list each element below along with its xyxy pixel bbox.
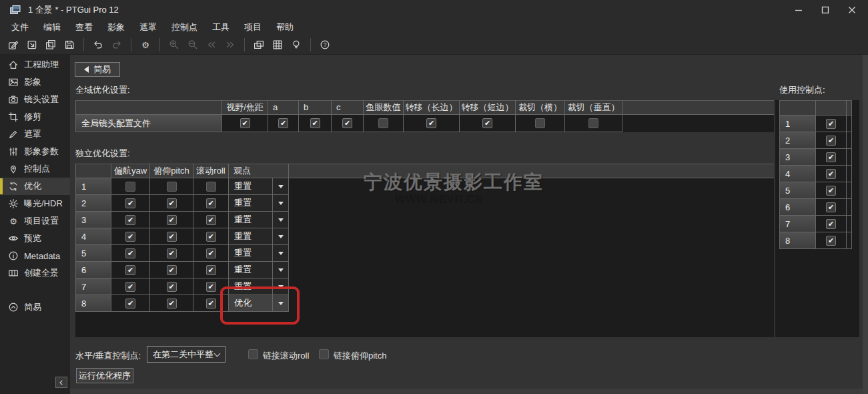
menu-item-4[interactable]: 遮罩	[132, 20, 164, 35]
right-spacer-cell	[847, 166, 852, 182]
menu-item-7[interactable]: 项目	[237, 20, 269, 35]
right-row-number: 8	[779, 232, 816, 249]
sidebar-item-sliders[interactable]: 影象参数	[0, 143, 70, 160]
俯仰pitch-checkbox-row7[interactable]	[167, 282, 177, 292]
right-row-number: 7	[779, 216, 816, 232]
sidebar-item-eye[interactable]: 预览	[0, 230, 70, 247]
right-scrollbar-track[interactable]	[863, 55, 868, 394]
偏航yaw-checkbox-row6[interactable]	[125, 265, 135, 275]
hv-control-points-select[interactable]: 在第二关中平整	[147, 346, 226, 363]
menu-item-6[interactable]: 工具	[205, 20, 237, 35]
滚动roll-checkbox-row1[interactable]	[206, 182, 216, 192]
right-check-cell	[816, 216, 847, 232]
偏航yaw-checkbox-row1[interactable]	[125, 182, 135, 192]
滚动roll-checkbox-row8[interactable]	[206, 299, 216, 309]
俯仰pitch-checkbox-row3[interactable]	[167, 215, 177, 225]
next-icon	[222, 36, 239, 53]
independent-row-number: 7	[75, 278, 111, 295]
sidebar-item-optimize[interactable]: 优化	[0, 178, 70, 195]
link-roll-checkbox[interactable]	[248, 349, 258, 359]
viewpoint-dropdown-row3[interactable]: 重置	[229, 212, 288, 228]
sidebar-item-sun[interactable]: 曝光/HDR	[0, 195, 70, 212]
use-control-points-checkbox-1[interactable]	[826, 119, 836, 129]
link-pitch-checkbox[interactable]	[319, 349, 329, 359]
menu-item-0[interactable]: 文件	[4, 20, 36, 35]
toolbar-separator	[244, 38, 245, 51]
use-control-points-checkbox-2[interactable]	[826, 136, 836, 146]
偏航yaw-checkbox-row8[interactable]	[125, 299, 135, 309]
global-checkbox-裁切（垂直）[interactable]	[588, 118, 598, 128]
minimize-icon[interactable]	[785, 0, 812, 20]
back-to-simple-button[interactable]: 简易	[75, 62, 120, 77]
global-checkbox-b[interactable]	[310, 118, 320, 128]
偏航yaw-checkbox-row5[interactable]	[125, 248, 135, 258]
help-icon[interactable]: ?	[316, 36, 334, 53]
viewpoint-dropdown-row1[interactable]: 重置	[229, 178, 288, 194]
sidebar-item-gear[interactable]: ⚙项目设置	[0, 212, 70, 230]
sidebar-item-pin[interactable]: 控制点	[0, 160, 70, 178]
sidebar-item-home[interactable]: 工程助理	[0, 56, 70, 73]
俯仰pitch-checkbox-row4[interactable]	[167, 232, 177, 242]
global-checkbox-a[interactable]	[278, 118, 288, 128]
global-checkbox-c[interactable]	[342, 118, 352, 128]
global-checkbox-裁切（横）[interactable]	[535, 118, 545, 128]
俯仰pitch-checkbox-row6[interactable]	[167, 265, 177, 275]
滚动roll-checkbox-row5[interactable]	[206, 248, 216, 258]
use-control-points-checkbox-5[interactable]	[826, 186, 836, 196]
menu-item-5[interactable]: 控制点	[164, 20, 205, 35]
滚动roll-checkbox-row4[interactable]	[206, 232, 216, 242]
run-optimizer-button[interactable]: 运行优化程序	[76, 368, 133, 383]
maximize-icon[interactable]	[812, 0, 839, 20]
滚动roll-checkbox-row3[interactable]	[206, 215, 216, 225]
俯仰pitch-checkbox-row1[interactable]	[167, 182, 177, 192]
add-images-icon[interactable]	[42, 36, 59, 53]
crop-icon	[8, 112, 21, 122]
menu-item-1[interactable]: 编辑	[36, 20, 68, 35]
menu-item-3[interactable]: 影象	[100, 20, 132, 35]
undo-icon[interactable]	[89, 36, 107, 53]
panorama-editor-icon[interactable]	[250, 36, 268, 53]
optimize-icon	[8, 181, 21, 192]
use-control-points-checkbox-3[interactable]	[826, 152, 836, 162]
viewpoint-dropdown-row4[interactable]: 重置	[229, 228, 288, 244]
save-project-icon[interactable]	[61, 36, 78, 53]
use-control-points-checkbox-4[interactable]	[826, 169, 836, 179]
use-control-points-checkbox-6[interactable]	[826, 202, 836, 212]
independent-col-header-empty	[75, 164, 111, 178]
settings-icon[interactable]: ⚙	[137, 36, 154, 53]
open-project-icon[interactable]	[23, 36, 41, 53]
global-checkbox-视野/焦距[interactable]	[240, 118, 250, 128]
偏航yaw-checkbox-row4[interactable]	[125, 232, 135, 242]
menu-item-2[interactable]: 查看	[68, 20, 100, 35]
sidebar-item-info[interactable]: Metadata	[0, 247, 70, 264]
sidebar-item-images[interactable]: 影象	[0, 73, 70, 91]
viewpoint-dropdown-row5[interactable]: 重置	[229, 245, 288, 261]
menu-item-8[interactable]: 帮助	[269, 20, 301, 35]
viewer-icon[interactable]	[288, 36, 305, 53]
edit-project-icon[interactable]	[5, 36, 22, 53]
偏航yaw-checkbox-row2[interactable]	[125, 198, 135, 208]
俯仰pitch-checkbox-row2[interactable]	[167, 198, 177, 208]
偏航yaw-checkbox-row3[interactable]	[125, 215, 135, 225]
detail-viewer-icon[interactable]	[269, 36, 286, 53]
global-checkbox-转移（长边）[interactable]	[426, 118, 436, 128]
俯仰pitch-checkbox-row8[interactable]	[167, 299, 177, 309]
俯仰pitch-checkbox-row5[interactable]	[167, 248, 177, 258]
use-control-points-checkbox-8[interactable]	[826, 236, 836, 246]
close-icon[interactable]	[839, 0, 865, 20]
sidebar-item-lens[interactable]: 镜头设置	[0, 91, 70, 108]
use-control-points-checkbox-7[interactable]	[826, 219, 836, 229]
sidebar-item-panorama[interactable]: 创建全景	[0, 264, 70, 282]
viewpoint-dropdown-row2[interactable]: 重置	[229, 195, 288, 211]
global-checkbox-鱼眼数值[interactable]	[378, 118, 388, 128]
sidebar-item-crop[interactable]: 修剪	[0, 108, 70, 126]
viewpoint-dropdown-row6[interactable]: 重置	[229, 262, 288, 278]
sidebar-item-simple-mode[interactable]: 简易	[0, 299, 70, 316]
滚动roll-checkbox-row7[interactable]	[206, 282, 216, 292]
滚动roll-checkbox-row2[interactable]	[206, 198, 216, 208]
sidebar-item-mask[interactable]: 遮罩	[0, 126, 70, 143]
collapse-sidebar-button[interactable]	[55, 377, 67, 388]
global-checkbox-转移（短边）[interactable]	[482, 118, 492, 128]
滚动roll-checkbox-row6[interactable]	[206, 265, 216, 275]
偏航yaw-checkbox-row7[interactable]	[125, 282, 135, 292]
